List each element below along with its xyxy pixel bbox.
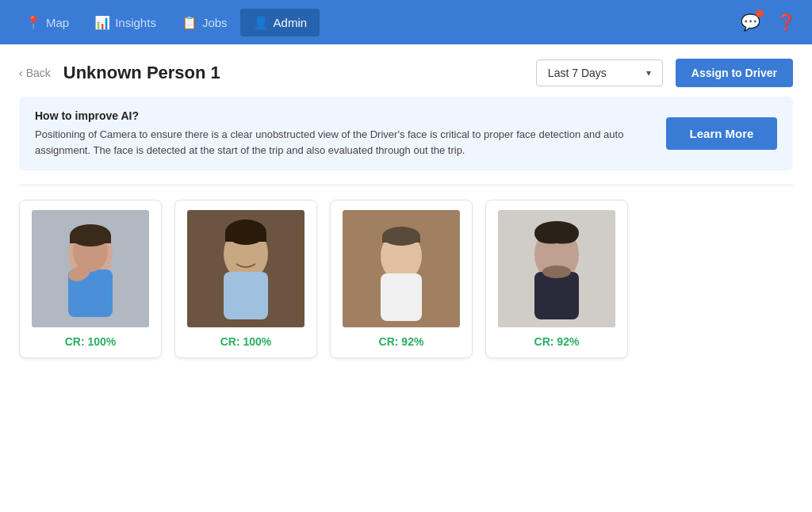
learn-more-button[interactable]: Learn More xyxy=(666,117,777,150)
nav-bar: 📍 Map 📊 Insights 📋 Jobs 👤 Admin 💬 ❓ xyxy=(0,0,812,44)
nav-label-map: Map xyxy=(46,16,69,29)
admin-icon: 👤 xyxy=(253,15,269,30)
notifications-button[interactable]: 💬 xyxy=(737,10,764,35)
cr-label-4: CR: 92% xyxy=(534,335,580,348)
nav-label-insights: Insights xyxy=(115,16,156,29)
map-icon: 📍 xyxy=(25,15,41,30)
nav-right: 💬 ❓ xyxy=(737,10,799,35)
back-label: Back xyxy=(26,67,51,79)
nav-item-map[interactable]: 📍 Map xyxy=(13,9,82,36)
photo-grid: CR: 100% CR: 100% xyxy=(0,200,812,358)
nav-item-jobs[interactable]: 📋 Jobs xyxy=(169,9,240,36)
help-button[interactable]: ❓ xyxy=(773,10,799,35)
content-area: ‹ Back Unknown Person 1 Last 7 Days ▾ As… xyxy=(0,44,812,512)
page-title: Unknown Person 1 xyxy=(63,63,220,83)
notification-badge xyxy=(756,10,764,17)
photo-card-4[interactable]: CR: 92% xyxy=(485,200,628,358)
photo-card-2[interactable]: CR: 100% xyxy=(174,200,317,358)
face-image-3 xyxy=(343,210,460,327)
svg-rect-12 xyxy=(225,232,266,242)
face-image-2 xyxy=(187,210,304,327)
face-image-4 xyxy=(498,210,615,327)
date-filter-label: Last 7 Days xyxy=(548,67,607,79)
svg-rect-15 xyxy=(381,273,422,321)
jobs-icon: 📋 xyxy=(182,15,197,30)
info-box: How to improve AI? Positioning of Camera… xyxy=(19,97,793,170)
svg-rect-21 xyxy=(534,272,579,319)
insights-icon: 📊 xyxy=(94,15,110,30)
chevron-down-icon: ▾ xyxy=(646,67,651,78)
face-image-1 xyxy=(32,210,149,327)
cr-label-1: CR: 100% xyxy=(65,335,117,348)
nav-item-admin[interactable]: 👤 Admin xyxy=(240,9,320,36)
nav-label-admin: Admin xyxy=(274,16,308,29)
back-chevron-icon: ‹ xyxy=(19,67,23,79)
svg-point-24 xyxy=(542,266,571,278)
nav-item-insights[interactable]: 📊 Insights xyxy=(82,9,169,36)
nav-label-jobs: Jobs xyxy=(202,16,228,29)
date-filter-dropdown[interactable]: Last 7 Days ▾ xyxy=(536,59,663,86)
info-description: Positioning of Camera to ensure there is… xyxy=(35,127,653,158)
svg-rect-18 xyxy=(382,236,420,243)
info-title: How to improve AI? xyxy=(35,109,653,122)
cr-label-3: CR: 92% xyxy=(379,335,424,348)
svg-rect-5 xyxy=(70,235,111,243)
section-divider xyxy=(19,185,793,185)
svg-rect-9 xyxy=(224,272,268,319)
photo-card-3[interactable]: CR: 92% xyxy=(330,200,473,358)
back-button[interactable]: ‹ Back xyxy=(19,67,51,79)
info-text-block: How to improve AI? Positioning of Camera… xyxy=(35,109,653,158)
photo-card-1[interactable]: CR: 100% xyxy=(19,200,162,358)
header-row: ‹ Back Unknown Person 1 Last 7 Days ▾ As… xyxy=(0,44,812,97)
assign-to-driver-button[interactable]: Assign to Driver xyxy=(676,59,793,87)
cr-label-2: CR: 100% xyxy=(220,335,272,348)
